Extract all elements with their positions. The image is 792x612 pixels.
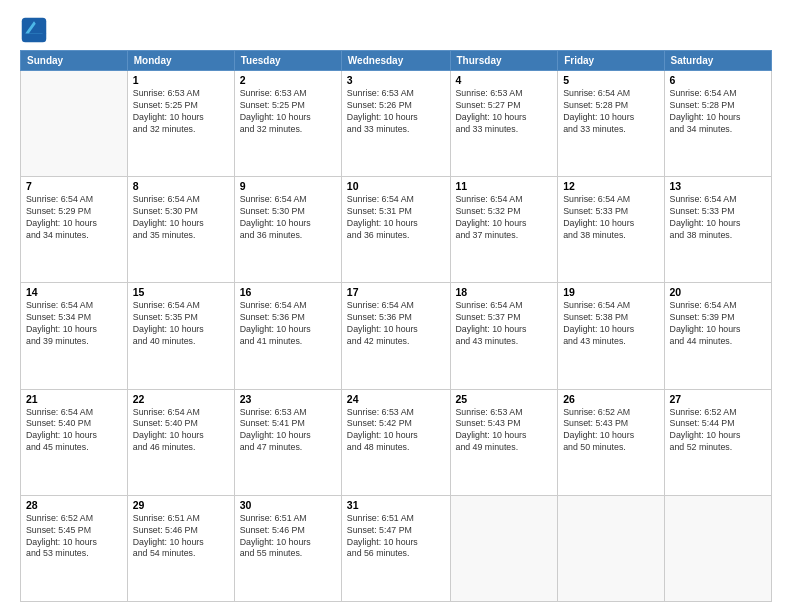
calendar-cell: 17Sunrise: 6:54 AM Sunset: 5:36 PM Dayli… <box>341 283 450 389</box>
day-number: 30 <box>240 499 336 511</box>
day-number: 8 <box>133 180 229 192</box>
calendar-cell: 12Sunrise: 6:54 AM Sunset: 5:33 PM Dayli… <box>558 177 664 283</box>
day-info: Sunrise: 6:54 AM Sunset: 5:33 PM Dayligh… <box>563 194 658 242</box>
weekday-header-saturday: Saturday <box>664 51 771 71</box>
header <box>20 16 772 44</box>
calendar-week-row: 21Sunrise: 6:54 AM Sunset: 5:40 PM Dayli… <box>21 389 772 495</box>
logo <box>20 16 52 44</box>
day-info: Sunrise: 6:54 AM Sunset: 5:37 PM Dayligh… <box>456 300 553 348</box>
day-number: 28 <box>26 499 122 511</box>
day-number: 4 <box>456 74 553 86</box>
day-info: Sunrise: 6:53 AM Sunset: 5:43 PM Dayligh… <box>456 407 553 455</box>
day-number: 5 <box>563 74 658 86</box>
day-number: 7 <box>26 180 122 192</box>
day-info: Sunrise: 6:54 AM Sunset: 5:34 PM Dayligh… <box>26 300 122 348</box>
weekday-header-wednesday: Wednesday <box>341 51 450 71</box>
calendar-week-row: 1Sunrise: 6:53 AM Sunset: 5:25 PM Daylig… <box>21 71 772 177</box>
day-info: Sunrise: 6:54 AM Sunset: 5:28 PM Dayligh… <box>563 88 658 136</box>
calendar-cell: 21Sunrise: 6:54 AM Sunset: 5:40 PM Dayli… <box>21 389 128 495</box>
day-info: Sunrise: 6:54 AM Sunset: 5:36 PM Dayligh… <box>240 300 336 348</box>
calendar-cell <box>558 495 664 601</box>
calendar-cell: 13Sunrise: 6:54 AM Sunset: 5:33 PM Dayli… <box>664 177 771 283</box>
weekday-header-thursday: Thursday <box>450 51 558 71</box>
calendar-cell: 6Sunrise: 6:54 AM Sunset: 5:28 PM Daylig… <box>664 71 771 177</box>
calendar-cell: 3Sunrise: 6:53 AM Sunset: 5:26 PM Daylig… <box>341 71 450 177</box>
calendar-cell: 18Sunrise: 6:54 AM Sunset: 5:37 PM Dayli… <box>450 283 558 389</box>
day-info: Sunrise: 6:51 AM Sunset: 5:46 PM Dayligh… <box>133 513 229 561</box>
weekday-header-monday: Monday <box>127 51 234 71</box>
day-info: Sunrise: 6:54 AM Sunset: 5:33 PM Dayligh… <box>670 194 766 242</box>
calendar-cell: 9Sunrise: 6:54 AM Sunset: 5:30 PM Daylig… <box>234 177 341 283</box>
calendar-cell: 29Sunrise: 6:51 AM Sunset: 5:46 PM Dayli… <box>127 495 234 601</box>
day-number: 1 <box>133 74 229 86</box>
day-number: 12 <box>563 180 658 192</box>
day-number: 20 <box>670 286 766 298</box>
day-number: 9 <box>240 180 336 192</box>
day-number: 16 <box>240 286 336 298</box>
weekday-header-tuesday: Tuesday <box>234 51 341 71</box>
day-info: Sunrise: 6:52 AM Sunset: 5:44 PM Dayligh… <box>670 407 766 455</box>
calendar-cell: 15Sunrise: 6:54 AM Sunset: 5:35 PM Dayli… <box>127 283 234 389</box>
day-info: Sunrise: 6:53 AM Sunset: 5:26 PM Dayligh… <box>347 88 445 136</box>
day-number: 21 <box>26 393 122 405</box>
calendar-cell: 23Sunrise: 6:53 AM Sunset: 5:41 PM Dayli… <box>234 389 341 495</box>
calendar-week-row: 14Sunrise: 6:54 AM Sunset: 5:34 PM Dayli… <box>21 283 772 389</box>
day-info: Sunrise: 6:51 AM Sunset: 5:46 PM Dayligh… <box>240 513 336 561</box>
page: SundayMondayTuesdayWednesdayThursdayFrid… <box>0 0 792 612</box>
day-number: 31 <box>347 499 445 511</box>
calendar-week-row: 7Sunrise: 6:54 AM Sunset: 5:29 PM Daylig… <box>21 177 772 283</box>
day-number: 2 <box>240 74 336 86</box>
day-number: 29 <box>133 499 229 511</box>
day-info: Sunrise: 6:51 AM Sunset: 5:47 PM Dayligh… <box>347 513 445 561</box>
calendar-cell: 7Sunrise: 6:54 AM Sunset: 5:29 PM Daylig… <box>21 177 128 283</box>
calendar-cell: 5Sunrise: 6:54 AM Sunset: 5:28 PM Daylig… <box>558 71 664 177</box>
day-info: Sunrise: 6:54 AM Sunset: 5:29 PM Dayligh… <box>26 194 122 242</box>
calendar-cell: 20Sunrise: 6:54 AM Sunset: 5:39 PM Dayli… <box>664 283 771 389</box>
day-number: 6 <box>670 74 766 86</box>
day-info: Sunrise: 6:54 AM Sunset: 5:28 PM Dayligh… <box>670 88 766 136</box>
calendar-cell: 8Sunrise: 6:54 AM Sunset: 5:30 PM Daylig… <box>127 177 234 283</box>
day-info: Sunrise: 6:53 AM Sunset: 5:25 PM Dayligh… <box>133 88 229 136</box>
calendar-cell <box>664 495 771 601</box>
calendar-cell: 10Sunrise: 6:54 AM Sunset: 5:31 PM Dayli… <box>341 177 450 283</box>
day-info: Sunrise: 6:54 AM Sunset: 5:40 PM Dayligh… <box>26 407 122 455</box>
day-info: Sunrise: 6:53 AM Sunset: 5:25 PM Dayligh… <box>240 88 336 136</box>
day-number: 13 <box>670 180 766 192</box>
calendar-cell: 22Sunrise: 6:54 AM Sunset: 5:40 PM Dayli… <box>127 389 234 495</box>
calendar-cell: 11Sunrise: 6:54 AM Sunset: 5:32 PM Dayli… <box>450 177 558 283</box>
calendar-cell: 24Sunrise: 6:53 AM Sunset: 5:42 PM Dayli… <box>341 389 450 495</box>
day-info: Sunrise: 6:54 AM Sunset: 5:30 PM Dayligh… <box>133 194 229 242</box>
calendar-cell: 16Sunrise: 6:54 AM Sunset: 5:36 PM Dayli… <box>234 283 341 389</box>
calendar-cell <box>450 495 558 601</box>
day-number: 24 <box>347 393 445 405</box>
weekday-header-friday: Friday <box>558 51 664 71</box>
calendar-cell: 19Sunrise: 6:54 AM Sunset: 5:38 PM Dayli… <box>558 283 664 389</box>
day-number: 22 <box>133 393 229 405</box>
day-number: 19 <box>563 286 658 298</box>
calendar-cell: 30Sunrise: 6:51 AM Sunset: 5:46 PM Dayli… <box>234 495 341 601</box>
day-number: 11 <box>456 180 553 192</box>
day-number: 17 <box>347 286 445 298</box>
day-info: Sunrise: 6:54 AM Sunset: 5:35 PM Dayligh… <box>133 300 229 348</box>
day-info: Sunrise: 6:54 AM Sunset: 5:40 PM Dayligh… <box>133 407 229 455</box>
day-info: Sunrise: 6:53 AM Sunset: 5:27 PM Dayligh… <box>456 88 553 136</box>
calendar-header-row: SundayMondayTuesdayWednesdayThursdayFrid… <box>21 51 772 71</box>
calendar-cell: 2Sunrise: 6:53 AM Sunset: 5:25 PM Daylig… <box>234 71 341 177</box>
calendar-cell <box>21 71 128 177</box>
calendar-week-row: 28Sunrise: 6:52 AM Sunset: 5:45 PM Dayli… <box>21 495 772 601</box>
day-number: 14 <box>26 286 122 298</box>
day-number: 26 <box>563 393 658 405</box>
day-number: 10 <box>347 180 445 192</box>
logo-icon <box>20 16 48 44</box>
day-info: Sunrise: 6:54 AM Sunset: 5:36 PM Dayligh… <box>347 300 445 348</box>
day-number: 3 <box>347 74 445 86</box>
day-number: 27 <box>670 393 766 405</box>
day-info: Sunrise: 6:54 AM Sunset: 5:31 PM Dayligh… <box>347 194 445 242</box>
calendar-cell: 28Sunrise: 6:52 AM Sunset: 5:45 PM Dayli… <box>21 495 128 601</box>
day-info: Sunrise: 6:52 AM Sunset: 5:45 PM Dayligh… <box>26 513 122 561</box>
day-number: 25 <box>456 393 553 405</box>
day-info: Sunrise: 6:54 AM Sunset: 5:39 PM Dayligh… <box>670 300 766 348</box>
calendar-cell: 25Sunrise: 6:53 AM Sunset: 5:43 PM Dayli… <box>450 389 558 495</box>
weekday-header-sunday: Sunday <box>21 51 128 71</box>
day-info: Sunrise: 6:54 AM Sunset: 5:30 PM Dayligh… <box>240 194 336 242</box>
